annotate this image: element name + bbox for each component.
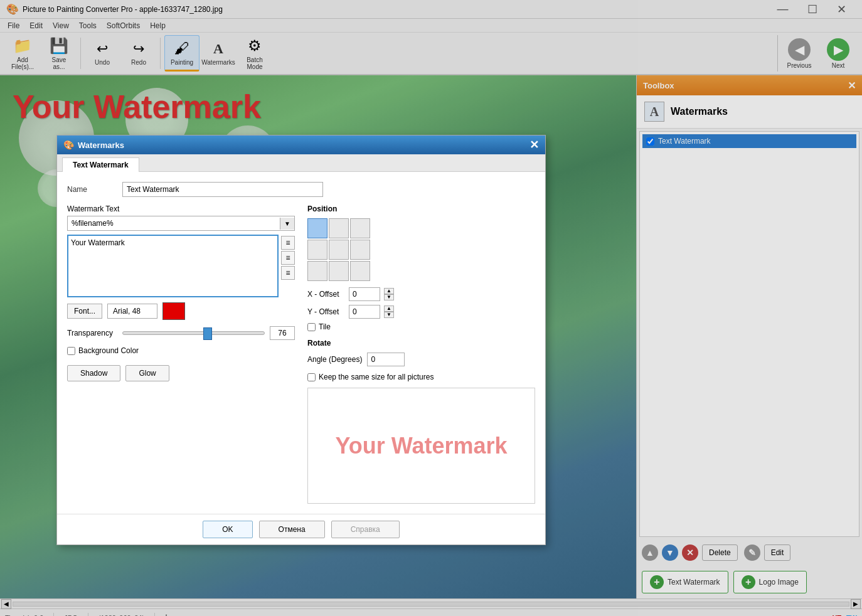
x-offset-down[interactable]: ▼: [384, 294, 394, 300]
modal-close-button[interactable]: ✕: [529, 139, 539, 151]
name-row: Name: [67, 182, 535, 197]
transparency-row: Transparency: [67, 326, 295, 340]
font-row: Font... Arial, 48: [67, 302, 295, 320]
watermarks-dialog: 🎨 Watermarks ✕ Text Watermark Name Water…: [56, 135, 546, 545]
x-offset-input[interactable]: [349, 287, 380, 301]
modal-overlay: 🎨 Watermarks ✕ Text Watermark Name Water…: [0, 0, 862, 616]
tile-checkbox[interactable]: [307, 323, 316, 331]
ok-button[interactable]: OK: [203, 521, 252, 538]
watermark-textarea[interactable]: Your Watermark: [67, 235, 279, 297]
y-offset-up[interactable]: ▲: [384, 305, 394, 312]
x-offset-up[interactable]: ▲: [384, 288, 394, 294]
keep-same-size-label: Keep the same size for all pictures: [319, 373, 434, 381]
modal-title: Watermarks: [78, 141, 124, 150]
transparency-label: Transparency: [67, 329, 117, 337]
pos-cell-5[interactable]: [350, 240, 370, 260]
shadow-button[interactable]: Shadow: [67, 365, 120, 381]
tab-text-watermark[interactable]: Text Watermark: [62, 157, 139, 172]
effect-buttons: Shadow Glow: [67, 365, 295, 381]
position-section: Position X -: [307, 204, 535, 331]
y-offset-spinners: ▲ ▼: [384, 305, 394, 318]
x-offset-label: X - Offset: [307, 290, 345, 299]
help-button[interactable]: Справка: [331, 521, 400, 538]
y-offset-label: Y - Offset: [307, 307, 345, 316]
name-input[interactable]: [122, 182, 323, 197]
y-offset-row: Y - Offset ▲ ▼: [307, 305, 535, 319]
modal-footer: OK Отмена Справка: [57, 514, 545, 544]
keep-same-size-checkbox[interactable]: [307, 373, 316, 381]
pos-cell-4[interactable]: [329, 240, 349, 260]
background-color-text: Background Color: [78, 346, 139, 355]
glow-button[interactable]: Glow: [125, 365, 169, 381]
two-col-layout: Watermark Text %filename% ▼ Your Waterma…: [67, 204, 535, 504]
tile-row: Tile: [307, 322, 535, 331]
modal-title-bar: 🎨 Watermarks ✕: [57, 135, 545, 154]
rotate-section: Rotate Angle (Degrees): [307, 339, 535, 366]
font-value: Arial, 48: [107, 304, 157, 319]
align-center-button[interactable]: ≡: [281, 251, 295, 265]
pos-cell-8[interactable]: [350, 261, 370, 281]
keep-same-size-row: Keep the same size for all pictures: [307, 373, 535, 381]
watermark-text-select[interactable]: %filename%: [68, 216, 280, 230]
preview-box: Your Watermark: [307, 388, 535, 504]
alignment-buttons: ≡ ≡ ≡: [281, 235, 295, 297]
background-color-label[interactable]: Background Color: [67, 346, 139, 355]
preview-watermark-text: Your Watermark: [335, 433, 507, 459]
y-offset-down[interactable]: ▼: [384, 312, 394, 318]
angle-label: Angle (Degrees): [307, 355, 362, 364]
x-offset-row: X - Offset ▲ ▼: [307, 287, 535, 301]
position-label: Position: [307, 204, 535, 213]
pos-cell-3[interactable]: [307, 240, 327, 260]
align-right-button[interactable]: ≡: [281, 266, 295, 280]
y-offset-input[interactable]: [349, 305, 380, 319]
align-left-button[interactable]: ≡: [281, 236, 295, 250]
name-label: Name: [67, 185, 117, 194]
pos-cell-6[interactable]: [307, 261, 327, 281]
modal-icon: 🎨: [63, 140, 74, 150]
right-column: Position X -: [307, 204, 535, 504]
angle-input[interactable]: [367, 353, 405, 366]
transparency-slider[interactable]: [122, 331, 265, 335]
tile-label: Tile: [319, 322, 331, 331]
cancel-button[interactable]: Отмена: [259, 521, 325, 538]
color-swatch[interactable]: [162, 302, 185, 320]
pos-cell-2[interactable]: [350, 218, 370, 238]
position-grid: [307, 218, 535, 281]
transparency-value-input[interactable]: [270, 326, 295, 340]
left-column: Watermark Text %filename% ▼ Your Waterma…: [67, 204, 295, 504]
watermark-text-container: Your Watermark ≡ ≡ ≡: [67, 235, 295, 297]
modal-tabs: Text Watermark: [57, 154, 545, 172]
rotate-label: Rotate: [307, 339, 535, 348]
watermark-text-label: Watermark Text: [67, 204, 295, 213]
background-color-row: Background Color: [67, 346, 295, 355]
pos-cell-7[interactable]: [329, 261, 349, 281]
font-button[interactable]: Font...: [67, 304, 102, 319]
pos-cell-0[interactable]: [307, 218, 327, 238]
background-color-checkbox[interactable]: [67, 347, 75, 355]
modal-body: Name Watermark Text %filename% ▼ Your Wa…: [57, 172, 545, 514]
angle-row: Angle (Degrees): [307, 353, 535, 366]
x-offset-spinners: ▲ ▼: [384, 288, 394, 300]
dropdown-arrow[interactable]: ▼: [280, 218, 294, 230]
slider-thumb[interactable]: [203, 327, 212, 340]
watermark-text-dropdown[interactable]: %filename% ▼: [67, 216, 295, 231]
pos-cell-1[interactable]: [329, 218, 349, 238]
